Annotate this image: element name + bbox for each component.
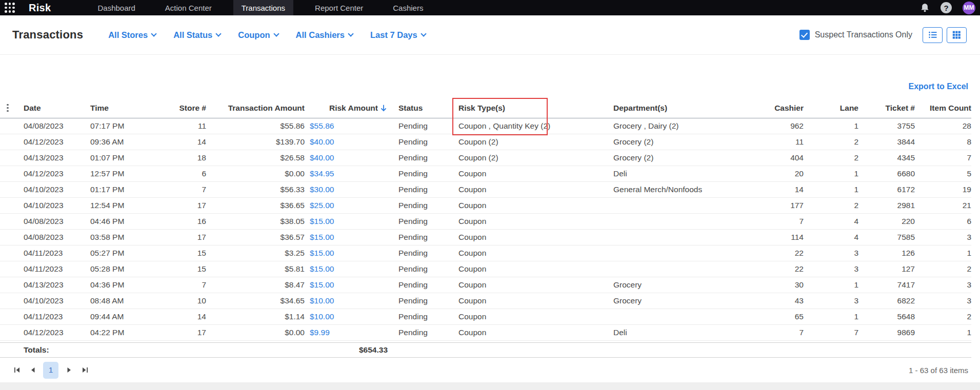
grid-header-row: Date Time Store # Transaction Amount Ris… [0,98,971,118]
cell-department: Grocery [608,296,738,305]
filter-dropdown[interactable]: All Status [165,30,229,40]
brand-logo: Risk [29,2,51,14]
cell-lane: 3 [804,264,858,274]
cell-status: Pending [390,201,453,210]
filter-dropdown[interactable]: All Cashiers [287,30,362,40]
cell-store: 15 [167,249,206,258]
col-header-status[interactable]: Status [390,104,453,113]
cell-risk-type: Coupon [453,185,608,194]
cell-risk-amount-link[interactable]: $25.00 [305,201,390,210]
nav-item[interactable]: Action Center [157,0,220,15]
view-toggle-group [923,27,967,43]
cell-risk-amount-link[interactable]: $15.00 [305,280,390,290]
cell-risk-amount-link[interactable]: $10.00 [305,296,390,305]
cell-risk-amount-link[interactable]: $40.00 [305,137,390,147]
table-row[interactable]: 04/11/2023 05:28 PM 15 $5.81 $15.00 Pend… [0,261,971,277]
cell-time: 04:46 PM [90,217,167,226]
cell-lane: 2 [804,153,858,162]
table-row[interactable]: 04/10/2023 01:17 PM 7 $56.33 $30.00 Pend… [0,182,971,198]
col-header-ticket[interactable]: Ticket # [858,104,915,113]
col-header-item-count[interactable]: Item Count [915,104,971,113]
cell-department: General Merch/Nonfoods [608,185,738,194]
cell-transaction-amount: $36.65 [206,201,305,210]
cell-risk-amount-link[interactable]: $15.00 [305,264,390,274]
cell-status: Pending [390,217,453,226]
user-avatar[interactable]: MM [963,2,975,14]
help-icon[interactable]: ? [941,2,952,13]
col-header-date[interactable]: Date [24,104,90,113]
col-header-risk-amount[interactable]: Risk Amount [305,104,390,113]
nav-item[interactable]: Cashiers [385,0,431,15]
cell-date: 04/13/2023 [24,280,90,290]
chevron-down-icon [273,31,279,36]
table-row[interactable]: 04/11/2023 05:27 PM 15 $3.25 $15.00 Pend… [0,245,971,261]
table-row[interactable]: 04/10/2023 08:48 AM 10 $34.65 $10.00 Pen… [0,293,971,309]
cell-risk-type: Coupon [453,328,608,337]
cell-risk-amount-link[interactable]: $10.00 [305,312,390,321]
cell-lane: 1 [804,312,858,321]
app-grid-icon[interactable] [5,3,15,13]
next-page-button[interactable] [63,364,74,376]
cell-date: 04/11/2023 [24,249,90,258]
grid-view-button[interactable] [947,27,967,43]
cell-lane: 3 [804,296,858,305]
export-to-excel-link[interactable]: Export to Excel [909,82,968,91]
cell-risk-amount-link[interactable]: $40.00 [305,153,390,162]
first-page-button[interactable] [11,364,23,376]
table-row[interactable]: 04/13/2023 01:07 PM 18 $26.58 $40.00 Pen… [0,150,971,166]
cell-lane: 1 [804,169,858,178]
cell-transaction-amount: $56.33 [206,185,305,194]
column-menu-icon[interactable] [7,104,14,112]
cell-transaction-amount: $0.00 [206,328,305,337]
suspect-only-label: Suspect Transactions Only [815,30,912,39]
filter-dropdown[interactable]: Coupon [229,30,287,40]
page-number-current[interactable]: 1 [43,362,58,379]
filter-dropdown[interactable]: All Stores [99,30,165,40]
table-row[interactable]: 04/12/2023 12:57 PM 6 $0.00 $34.95 Pendi… [0,166,971,182]
previous-page-button[interactable] [27,364,38,376]
cell-risk-type: Coupon [453,312,608,321]
cell-risk-amount-link[interactable]: $55.86 [305,121,390,131]
table-row[interactable]: 04/13/2023 04:36 PM 7 $8.47 $15.00 Pendi… [0,277,971,293]
cell-date: 04/10/2023 [24,201,90,210]
cell-risk-amount-link[interactable]: $34.95 [305,169,390,178]
chevron-down-icon [348,31,353,36]
filter-dropdown[interactable]: Last 7 Days [362,30,434,40]
cell-transaction-amount: $38.05 [206,217,305,226]
last-page-button[interactable] [79,364,90,376]
col-header-department[interactable]: Department(s) [608,104,738,113]
table-row[interactable]: 04/12/2023 09:36 AM 14 $139.70 $40.00 Pe… [0,134,971,150]
nav-item[interactable]: Report Center [307,0,371,15]
table-row[interactable]: 04/08/2023 03:58 PM 17 $36.57 $15.00 Pen… [0,230,971,245]
cell-risk-amount-link[interactable]: $15.00 [305,249,390,258]
table-row[interactable]: 04/08/2023 07:17 PM 11 $55.86 $55.86 Pen… [0,118,971,134]
list-view-button[interactable] [923,27,943,43]
col-header-time[interactable]: Time [90,104,167,113]
cell-ticket: 6680 [858,169,915,178]
cell-risk-amount-link[interactable]: $9.99 [305,328,390,337]
cell-date: 04/08/2023 [24,217,90,226]
top-nav: Risk Dashboard Action Center Transaction… [0,0,980,15]
nav-item[interactable]: Dashboard [89,0,143,15]
col-header-transaction-amount[interactable]: Transaction Amount [206,104,305,113]
table-row[interactable]: 04/12/2023 04:22 PM 17 $0.00 $9.99 Pendi… [0,325,971,341]
table-row[interactable]: 04/11/2023 09:44 AM 14 $1.14 $10.00 Pend… [0,309,971,325]
suspect-only-checkbox[interactable] [799,30,810,40]
nav-item[interactable]: Transactions [233,0,293,15]
chevron-down-icon [216,31,222,36]
table-row[interactable]: 04/08/2023 04:46 PM 16 $38.05 $15.00 Pen… [0,214,971,230]
table-row[interactable]: 04/10/2023 12:54 PM 17 $36.65 $25.00 Pen… [0,198,971,214]
notifications-bell-icon[interactable] [920,3,930,12]
cell-risk-amount-link[interactable]: $30.00 [305,185,390,194]
filter-dropdown-label: Coupon [238,30,270,40]
cell-risk-amount-link[interactable]: $15.00 [305,233,390,242]
totals-label: Totals: [24,345,90,355]
cell-risk-amount-link[interactable]: $15.00 [305,217,390,226]
col-header-lane[interactable]: Lane [804,104,858,113]
col-header-store[interactable]: Store # [167,104,206,113]
chevron-down-icon [421,31,426,36]
col-header-cashier[interactable]: Cashier [738,104,804,113]
col-header-risk-type[interactable]: Risk Type(s) [453,104,608,113]
cell-store: 17 [167,328,206,337]
cell-ticket: 3844 [858,137,915,147]
